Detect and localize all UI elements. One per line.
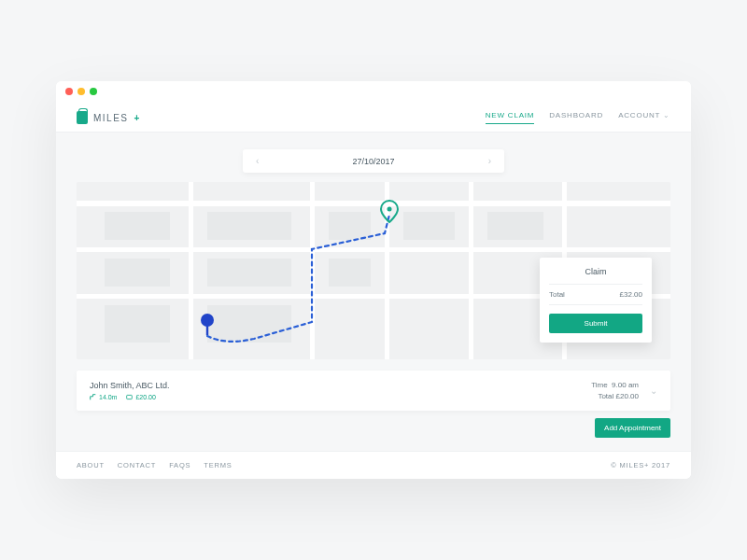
map-container: Claim Total £32.00 Submit bbox=[77, 182, 670, 359]
footer-about[interactable]: ABOUT bbox=[77, 461, 105, 469]
claim-card: Claim Total £32.00 Submit bbox=[540, 258, 652, 343]
appointment-info: John Smith, ABC Ltd. 14.0m £20.00 bbox=[90, 381, 170, 400]
footer: ABOUT CONTACT FAQS TERMS © MILES+ 2017 bbox=[56, 451, 691, 479]
appointment-cost: £20.00 bbox=[126, 394, 155, 400]
submit-button[interactable]: Submit bbox=[549, 314, 642, 333]
add-row: Add Appointment bbox=[77, 418, 670, 438]
svg-rect-2 bbox=[77, 247, 670, 252]
main-nav: NEW CLAIM DASHBOARD ACCOUNT bbox=[486, 111, 670, 124]
footer-links: ABOUT CONTACT FAQS TERMS bbox=[77, 461, 233, 469]
svg-rect-7 bbox=[469, 182, 473, 359]
svg-rect-10 bbox=[207, 212, 291, 240]
appointment-name: John Smith, ABC Ltd. bbox=[90, 381, 170, 390]
date-next-icon[interactable]: › bbox=[488, 156, 491, 166]
brand: MILES + bbox=[77, 111, 141, 124]
topbar: MILES + NEW CLAIM DASHBOARD ACCOUNT bbox=[56, 102, 691, 133]
date-picker: ‹ 27/10/2017 › bbox=[243, 149, 504, 173]
footer-terms[interactable]: TERMS bbox=[204, 461, 232, 469]
claim-title: Claim bbox=[549, 267, 642, 276]
svg-rect-20 bbox=[206, 320, 208, 335]
svg-rect-12 bbox=[403, 212, 455, 240]
appointment-card[interactable]: John Smith, ABC Ltd. 14.0m £20.00 Time 9… bbox=[77, 371, 670, 410]
svg-rect-9 bbox=[105, 212, 170, 240]
svg-rect-15 bbox=[207, 259, 291, 287]
footer-copyright: © MILES+ 2017 bbox=[611, 461, 670, 469]
svg-rect-4 bbox=[189, 182, 193, 359]
logo-icon bbox=[77, 111, 88, 124]
nav-dashboard[interactable]: DASHBOARD bbox=[549, 111, 603, 124]
svg-rect-14 bbox=[105, 259, 170, 287]
window-maximize-icon[interactable] bbox=[90, 88, 97, 95]
date-value[interactable]: 27/10/2017 bbox=[352, 157, 394, 166]
claim-total-value: £32.00 bbox=[620, 290, 642, 299]
content-area: ‹ 27/10/2017 › bbox=[56, 133, 691, 450]
app-window: MILES + NEW CLAIM DASHBOARD ACCOUNT ‹ 27… bbox=[56, 81, 691, 478]
date-prev-icon[interactable]: ‹ bbox=[256, 156, 259, 166]
window-close-icon[interactable] bbox=[65, 88, 73, 95]
route-icon bbox=[90, 394, 96, 400]
price-icon bbox=[126, 394, 133, 400]
window-minimize-icon[interactable] bbox=[78, 88, 85, 95]
svg-rect-17 bbox=[105, 305, 170, 343]
footer-contact[interactable]: CONTACT bbox=[118, 461, 156, 469]
nav-account[interactable]: ACCOUNT bbox=[618, 111, 670, 124]
nav-new-claim[interactable]: NEW CLAIM bbox=[486, 111, 535, 124]
window-titlebar bbox=[56, 81, 691, 102]
svg-rect-13 bbox=[487, 212, 543, 240]
svg-rect-1 bbox=[77, 201, 670, 206]
footer-faqs[interactable]: FAQS bbox=[169, 461, 190, 469]
appointment-meta: 14.0m £20.00 bbox=[90, 394, 170, 400]
svg-rect-18 bbox=[207, 305, 291, 343]
claim-total-row: Total £32.00 bbox=[549, 284, 642, 305]
svg-rect-16 bbox=[329, 259, 371, 287]
svg-point-21 bbox=[388, 207, 392, 212]
claim-total-label: Total bbox=[549, 290, 565, 299]
appointment-distance: 14.0m bbox=[90, 394, 117, 400]
brand-suffix: + bbox=[134, 113, 141, 123]
svg-rect-11 bbox=[329, 212, 371, 240]
appointment-summary: Time 9.00 am Total £20.00 ⌄ bbox=[591, 380, 657, 400]
svg-rect-22 bbox=[127, 395, 133, 399]
chevron-down-icon[interactable]: ⌄ bbox=[650, 385, 657, 398]
brand-name: MILES bbox=[93, 113, 129, 123]
add-appointment-button[interactable]: Add Appointment bbox=[595, 418, 670, 438]
